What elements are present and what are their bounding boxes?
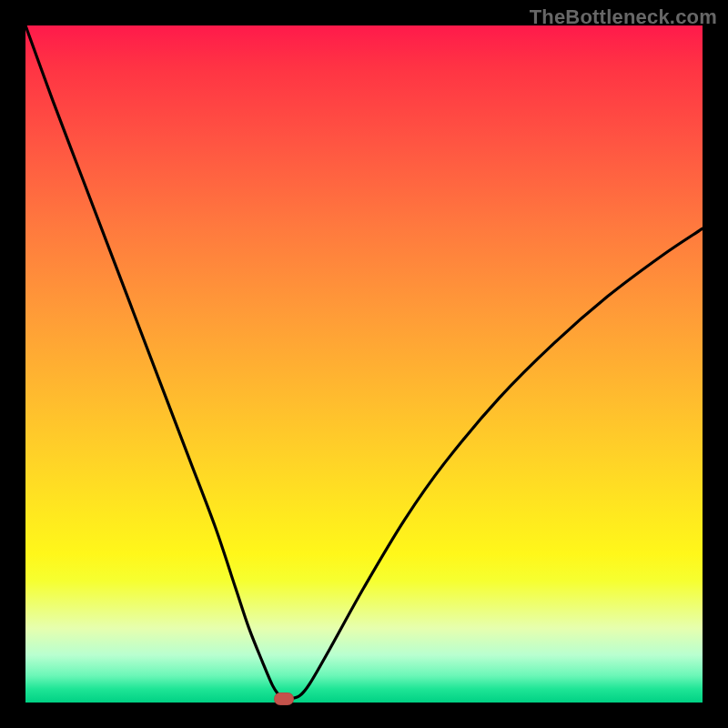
plot-area: [25, 25, 703, 703]
watermark-text: TheBottleneck.com: [530, 5, 717, 29]
bottleneck-curve: [25, 25, 703, 703]
chart-frame: TheBottleneck.com: [0, 0, 728, 728]
minimum-marker: [274, 693, 294, 705]
